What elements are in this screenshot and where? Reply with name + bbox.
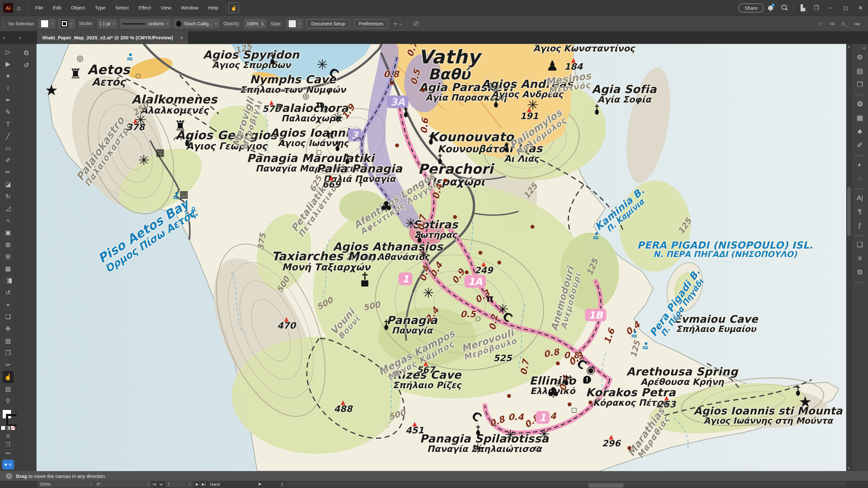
transparency-icon[interactable]: ◐ — [854, 158, 866, 171]
scroll-up-icon[interactable]: ▲ — [846, 44, 851, 49]
paragraph-icon[interactable]: ¶ — [854, 205, 866, 218]
menu-view[interactable]: View — [156, 5, 176, 10]
scale-tool[interactable]: ◿ — [3, 202, 14, 215]
home-icon[interactable]: ⌂ — [17, 4, 21, 12]
opentype-icon[interactable]: ƒ — [854, 218, 866, 232]
close-button[interactable]: ✕ — [853, 0, 868, 15]
stroke-swatch[interactable] — [61, 20, 68, 27]
artboard-number-select[interactable]: 1▿ — [165, 481, 193, 487]
none-swatch-icon[interactable] — [11, 426, 15, 430]
swatches-icon[interactable]: ▦ — [854, 111, 866, 125]
vertical-scrollbar[interactable]: ▲ ▼ — [846, 44, 851, 471]
horizontal-scrollbar[interactable] — [286, 482, 846, 487]
stroke-icon[interactable]: ≡ — [854, 252, 866, 265]
rotate-view-tool[interactable]: ↺ — [3, 287, 14, 299]
brush-select[interactable]: Touch Callig...▿ — [174, 19, 219, 29]
toolbar-collapse-icon[interactable]: » — [2, 35, 6, 40]
generative-recolor-icon[interactable]: ⎚ — [414, 20, 418, 27]
width-tool[interactable]: ≈ — [3, 215, 14, 226]
fill-swatch[interactable] — [41, 20, 49, 28]
perspective-grid-tool[interactable]: ⊞ — [3, 251, 14, 263]
lasso-tool[interactable]: ≀ — [3, 82, 14, 94]
appearance-icon[interactable]: ❏ — [854, 238, 866, 252]
notifications-bell-icon[interactable] — [768, 5, 773, 11]
free-transform-tool[interactable]: ▣ — [3, 226, 14, 238]
canvas[interactable]: AetosΑετόςAlalkomenesΑλαλκομενέςAgios Ge… — [36, 44, 847, 471]
share-button[interactable]: Share — [739, 4, 764, 12]
selection-tool[interactable]: ▶ — [3, 58, 14, 70]
style-swatch[interactable] — [288, 20, 296, 28]
symbol-sprayer-tool[interactable]: ❉ — [3, 323, 14, 335]
line-segment-tool[interactable]: ╱ — [3, 130, 14, 142]
stroke-weight-input[interactable]: ▴▾ 1 pt▿ — [97, 19, 117, 29]
menu-window[interactable]: Window — [176, 5, 203, 10]
document-setup-button[interactable]: Document Setup — [306, 19, 350, 28]
screen-mode-icon[interactable]: ❒ — [6, 442, 10, 447]
illustrator-logo[interactable]: Ai — [3, 3, 13, 13]
vertical-scroll-thumb[interactable] — [847, 187, 851, 236]
touch-workspace-icon[interactable]: ☝ — [228, 3, 239, 13]
scroll-down-icon[interactable]: ▼ — [846, 466, 851, 471]
rectangle-tool[interactable]: ▭ — [3, 142, 14, 154]
previous-artboard-icon[interactable]: ◀ — [159, 482, 162, 486]
isolate-icon[interactable]: ⫟▿ — [394, 20, 402, 27]
type-tool[interactable]: T — [3, 118, 14, 130]
panel-grip[interactable] — [3, 19, 4, 29]
rotation-select[interactable]: 0°▿ — [94, 481, 151, 487]
minimize-button[interactable]: – — [823, 0, 838, 15]
menu-edit[interactable]: Edit — [48, 5, 66, 10]
artboard-tool[interactable]: ❒ — [3, 347, 14, 359]
transform-icon[interactable]: ❐ — [854, 78, 866, 91]
workspace-switcher-icon[interactable]: ▙ — [801, 4, 805, 11]
menu-object[interactable]: Object — [66, 5, 90, 10]
first-artboard-icon[interactable]: |◀ — [152, 482, 156, 486]
gradient-swatch-icon[interactable] — [6, 426, 10, 430]
print-tiling-tool[interactable]: ▤ — [3, 383, 14, 395]
artboards-icon[interactable]: ⧉ — [854, 265, 866, 279]
properties-icon[interactable]: ⚙ — [854, 51, 866, 64]
draw-mode-icon[interactable]: ◘ — [6, 433, 9, 438]
snap-options-icon[interactable]: ⫤ — [830, 20, 835, 27]
dock-collapse-icon[interactable]: » — [18, 35, 22, 40]
last-artboard-icon[interactable]: ▶| — [202, 482, 205, 486]
menu-select[interactable]: Select — [110, 5, 134, 10]
character-icon[interactable]: A| — [854, 191, 866, 205]
document-tab[interactable]: Ithaki_Paper_Map_2025_v2.ai* @ 200 % (CM… — [37, 31, 188, 44]
color-icon[interactable]: ❂ — [854, 97, 866, 111]
arrange-documents-icon[interactable]: ❒ — [814, 4, 819, 11]
menu-file[interactable]: File — [30, 5, 48, 10]
curvature-tool[interactable]: ✎ — [3, 106, 14, 118]
horizontal-scroll-thumb[interactable] — [588, 483, 624, 488]
variable-width-select[interactable]: Uniform▿ — [120, 19, 171, 29]
symbols-icon[interactable]: ♣ — [854, 125, 866, 138]
scroll-left-icon[interactable]: ❮ — [281, 482, 284, 486]
shape-builder-tool[interactable]: ◍ — [3, 238, 14, 251]
next-artboard-icon[interactable]: ▶ — [196, 482, 198, 486]
style-select[interactable]: ▿ — [286, 19, 303, 29]
panel-menu-icon[interactable]: ≔ — [854, 20, 860, 28]
brushes-icon[interactable]: ✐ — [854, 138, 866, 152]
layers-icon[interactable]: ⧉ — [20, 46, 33, 59]
maximize-button[interactable]: ◻ — [838, 0, 853, 15]
opacity-label[interactable]: Opacity: — [223, 21, 240, 27]
shaper-tool[interactable]: ✏ — [3, 166, 14, 178]
toolbar-more-button[interactable]: ••• — [5, 450, 11, 456]
blend-tool[interactable]: ❏ — [3, 311, 14, 323]
zoom-tool[interactable]: ⚲ — [3, 395, 14, 407]
generative-ai-button[interactable]: ✦✧ — [2, 460, 14, 469]
menu-help[interactable]: Help — [203, 5, 223, 10]
align-icon[interactable]: ▤ — [854, 64, 866, 78]
eyedropper-tool[interactable]: ⌖ — [3, 299, 14, 311]
paintbrush-tool[interactable]: ✐ — [3, 154, 14, 166]
stroke-stepper[interactable]: ▴▾ — [100, 21, 101, 26]
menu-effect[interactable]: Effect — [134, 5, 156, 10]
color-swatch-icon[interactable] — [1, 426, 5, 430]
pen-tool[interactable]: ✒ — [3, 94, 14, 106]
opacity-input[interactable]: 100%❯ — [244, 19, 267, 29]
magic-wand-tool[interactable]: ✶ — [3, 70, 14, 82]
stroke-label[interactable]: Stroke: — [79, 21, 93, 27]
graphic-styles-icon[interactable]: ◌ — [854, 171, 866, 185]
preferences-button[interactable]: Preferences — [354, 19, 388, 28]
zoom-level-select[interactable]: 200%▿ — [37, 481, 94, 487]
slice-tool[interactable]: ✂ — [3, 359, 14, 371]
